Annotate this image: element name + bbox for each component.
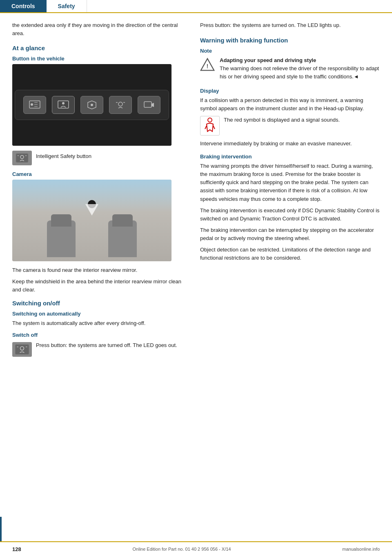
camera-text1: The camera is found near the interior re… (12, 266, 188, 274)
display-icon-text: The red symbol is displayed and a signal… (224, 116, 340, 124)
button-in-vehicle-heading: Button in the vehicle (12, 56, 188, 62)
isafety-icon-box (12, 151, 32, 165)
seat-headrest-left (51, 214, 71, 227)
warning-heading: Warning with braking function (200, 37, 380, 44)
braking-heading: Braking intervention (200, 153, 380, 160)
veh-btn-3 (80, 96, 103, 114)
camera-image-inner (12, 180, 172, 261)
right-column: Press button: the systems are turned on.… (200, 21, 380, 357)
header-tabs: Controls Safety (0, 0, 392, 13)
vehicle-image (12, 64, 172, 146)
seat-right (108, 220, 137, 257)
veh-btn-4 (109, 96, 132, 114)
switch-off-row: Press button: the systems are turned off… (12, 341, 188, 357)
intervene-text: Intervene immediately by braking or make… (200, 140, 380, 148)
display-person-icon (202, 117, 218, 135)
switch-off-icon-box (12, 342, 32, 357)
camera-image (12, 180, 172, 261)
car-seats (47, 220, 137, 261)
veh-btn-2 (52, 96, 75, 114)
isafety-row: Intelligent Safety button (12, 151, 188, 165)
svg-point-4 (91, 104, 93, 106)
svg-text:!: ! (207, 63, 209, 69)
switch-off-icon (15, 344, 29, 355)
intro-text: the extended area only if they are movin… (12, 21, 188, 37)
at-a-glance-heading: At a glance (12, 44, 188, 51)
camera-text2: Keep the windshield in the area behind t… (12, 278, 188, 294)
footer-logo: manualsonline.info (342, 547, 380, 552)
note-label: Note (200, 48, 380, 54)
svg-rect-7 (16, 153, 28, 162)
tab-controls[interactable]: Controls (0, 0, 47, 12)
note-content: Adapting your speed and driving style Th… (220, 56, 380, 81)
content-wrapper: the extended area only if they are movin… (0, 13, 392, 365)
footer: 128 Online Edition for Part no. 01 40 2 … (0, 541, 392, 556)
veh-btn-5 (138, 96, 160, 114)
svg-point-3 (62, 102, 65, 105)
braking-text2: The braking intervention is executed onl… (200, 207, 380, 223)
seat-left (47, 220, 76, 257)
display-heading: Display (200, 88, 380, 94)
svg-point-5 (118, 102, 122, 106)
braking-text4: Object detection can be restricted. Limi… (200, 246, 380, 262)
seat-headrest-right (112, 214, 133, 227)
switching-heading: Switching on/off (12, 300, 188, 307)
display-row: The red symbol is displayed and a signal… (200, 116, 380, 136)
vehicle-image-inner (12, 64, 172, 146)
camera-arrow (85, 204, 98, 216)
display-text: If a collision with a person detected in… (200, 96, 380, 113)
note-box: ! Adapting your speed and driving style … (200, 56, 380, 81)
note-text: Adapting your speed and driving style Th… (220, 56, 380, 81)
display-icon-box (200, 116, 220, 136)
isafety-label: Intelligent Safety button (36, 152, 91, 160)
svg-rect-6 (144, 102, 151, 107)
left-column: the extended area only if they are movin… (12, 21, 188, 357)
switching-auto-text: The system is automatically active after… (12, 319, 188, 327)
warning-triangle-icon: ! (200, 57, 215, 72)
braking-text1: The warning prompts the driver himself/h… (200, 162, 380, 203)
vehicle-button-row (23, 96, 160, 114)
intelligent-safety-icon (16, 153, 29, 163)
svg-point-1 (31, 103, 33, 106)
camera-heading: Camera (12, 171, 188, 177)
switch-off-heading: Switch off (12, 332, 188, 338)
veh-btn-1 (23, 96, 46, 114)
left-border-accent (0, 517, 2, 541)
footer-page-number: 128 (12, 546, 21, 552)
footer-notice: Online Edition for Part no. 01 40 2 956 … (133, 547, 231, 552)
display-section: Display If a collision with a person det… (200, 88, 380, 148)
braking-text3: The braking intervention can be interrup… (200, 226, 380, 242)
switch-off-text: Press button: the systems are turned off… (36, 341, 177, 349)
press-button-text: Press button: the systems are turned on.… (200, 21, 380, 29)
tab-safety[interactable]: Safety (47, 0, 87, 12)
svg-rect-9 (15, 344, 29, 354)
switching-auto-heading: Switching on automatically (12, 311, 188, 317)
note-bold: Adapting your speed and driving style (220, 57, 316, 63)
svg-point-13 (208, 118, 212, 122)
note-body: The warning does not relieve the driver … (220, 65, 379, 80)
